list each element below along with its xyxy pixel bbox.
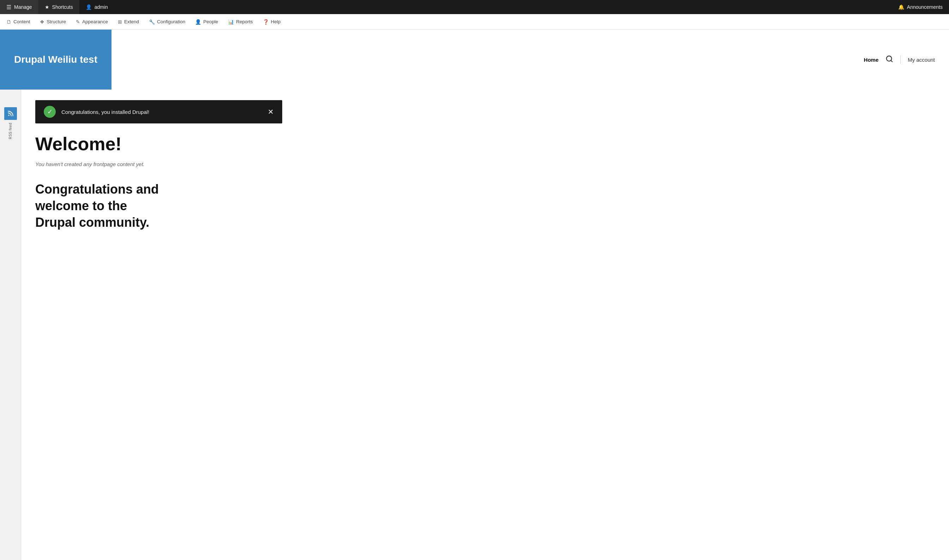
welcome-heading: Welcome! — [35, 134, 935, 154]
site-nav: Home My account — [864, 55, 935, 65]
congrats-heading: Congratulations and welcome to the Drupa… — [35, 181, 212, 231]
site-header-area: Drupal Weiliu test Home My account — [0, 29, 949, 89]
nav-item-people[interactable]: 👤 People — [190, 14, 223, 29]
header-right: Home My account — [111, 29, 949, 89]
help-icon: ❓ — [263, 19, 269, 25]
svg-point-2 — [8, 115, 9, 116]
status-message-content: ✓ Congratulations, you installed Drupal! — [44, 106, 149, 118]
reports-icon: 📊 — [228, 19, 234, 25]
nav-item-appearance[interactable]: ✎ Appearance — [71, 14, 113, 29]
site-name: Drupal Weiliu test — [14, 54, 97, 65]
nav-content-label: Content — [14, 19, 30, 24]
announcements-button[interactable]: 🔔 Announcements — [892, 0, 949, 14]
svg-line-1 — [891, 60, 892, 62]
shortcuts-label: Shortcuts — [52, 4, 73, 10]
nav-people-label: People — [203, 19, 218, 24]
search-icon[interactable] — [886, 55, 893, 65]
close-button[interactable]: ✕ — [268, 108, 274, 116]
nav-structure-label: Structure — [46, 19, 66, 24]
nav-item-content[interactable]: 🗋 Content — [2, 14, 35, 29]
check-icon: ✓ — [44, 106, 56, 118]
user-icon: 👤 — [86, 4, 92, 10]
shortcuts-button[interactable]: ★ Shortcuts — [39, 0, 79, 14]
rss-icon — [4, 107, 17, 120]
nav-extend-label: Extend — [124, 19, 139, 24]
star-icon: ★ — [45, 4, 49, 10]
configuration-icon: 🔧 — [149, 19, 155, 25]
page-layout: RSS feed ✓ Congratulations, you installe… — [0, 89, 949, 560]
content-icon: 🗋 — [6, 19, 11, 25]
nav-item-extend[interactable]: ⊞ Extend — [113, 14, 144, 29]
rss-feed-widget[interactable]: RSS feed — [4, 107, 17, 139]
nav-reports-label: Reports — [236, 19, 253, 24]
nav-item-configuration[interactable]: 🔧 Configuration — [144, 14, 190, 29]
nav-help-label: Help — [271, 19, 281, 24]
secondary-nav: 🗋 Content ❖ Structure ✎ Appearance ⊞ Ext… — [0, 14, 949, 29]
appearance-icon: ✎ — [76, 19, 80, 25]
announcements-label: Announcements — [907, 4, 943, 10]
admin-user-button[interactable]: 👤 admin — [79, 0, 114, 14]
nav-item-help[interactable]: ❓ Help — [258, 14, 286, 29]
manage-label: Manage — [14, 4, 32, 10]
nav-item-reports[interactable]: 📊 Reports — [223, 14, 257, 29]
status-message-banner: ✓ Congratulations, you installed Drupal!… — [35, 100, 282, 123]
frontpage-placeholder: You haven't created any frontpage conten… — [35, 161, 935, 167]
home-link[interactable]: Home — [864, 57, 879, 63]
admin-label: admin — [94, 4, 108, 10]
hamburger-icon: ☰ — [6, 4, 11, 11]
extend-icon: ⊞ — [118, 19, 122, 25]
structure-icon: ❖ — [40, 19, 45, 25]
nav-divider — [900, 55, 901, 64]
manage-button[interactable]: ☰ Manage — [0, 0, 39, 14]
site-branding: Drupal Weiliu test — [0, 29, 111, 89]
nav-configuration-label: Configuration — [157, 19, 185, 24]
sidebar: RSS feed — [0, 89, 21, 560]
congrats-line1: Congratulations and welcome to the — [35, 182, 159, 213]
admin-toolbar: ☰ Manage ★ Shortcuts 👤 admin 🔔 Announcem… — [0, 0, 949, 14]
rss-label: RSS feed — [8, 123, 12, 139]
bell-icon: 🔔 — [898, 4, 904, 10]
my-account-link[interactable]: My account — [908, 57, 935, 63]
status-message-text: Congratulations, you installed Drupal! — [62, 109, 149, 115]
people-icon: 👤 — [195, 19, 201, 25]
nav-item-structure[interactable]: ❖ Structure — [35, 14, 71, 29]
main-content: ✓ Congratulations, you installed Drupal!… — [21, 89, 949, 560]
congrats-line2: Drupal community. — [35, 215, 149, 229]
nav-appearance-label: Appearance — [82, 19, 108, 24]
